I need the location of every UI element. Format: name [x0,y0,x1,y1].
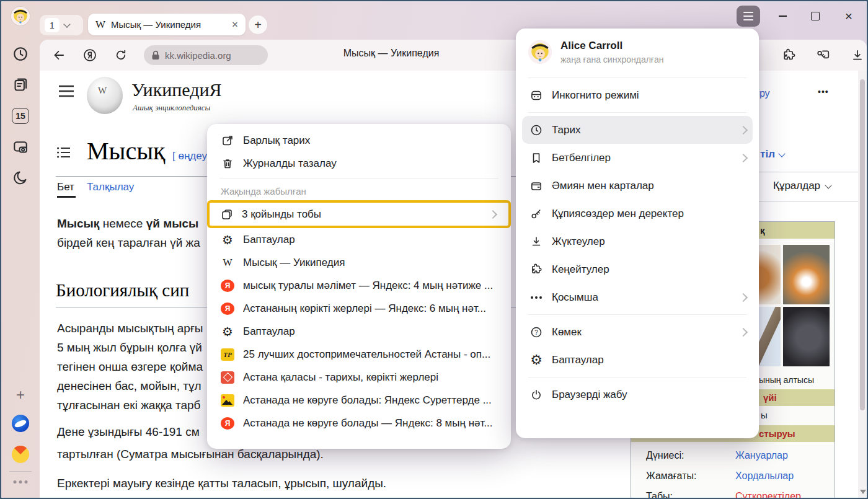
wikipedia-globe-logo[interactable]: W [87,77,123,114]
address-bar[interactable]: kk.wikipedia.org [144,45,268,65]
tab-title: Мысық — Уикипедия [111,19,226,30]
yandex-search-button[interactable] [82,47,98,63]
tab-close-icon[interactable]: × [232,19,238,31]
menu-item-extensions[interactable]: Кеңейтулер [516,255,759,283]
astana-site-favicon [221,371,234,384]
yandex-circle-icon [82,48,97,63]
close-button[interactable]: × [839,7,858,25]
status-value-fragment: ы [761,410,768,420]
yandex-favicon: Я [221,302,234,315]
menu-item-incognito[interactable]: Инкогнито режимі [516,81,759,109]
yandex-browser-app-button[interactable] [11,414,30,433]
menu-item-settings[interactable]: ⚙ Баптаулар [207,228,511,251]
menu-item-downloads[interactable]: Жүктеулер [516,227,759,255]
menu-item-tab-group-highlighted[interactable]: 3 қойынды тобы [207,200,511,228]
paragraph-line: 5 мың жыл бұрын қолға үй [57,341,202,355]
menu-item-settings[interactable]: ⚙ Баптаулар [207,320,511,343]
taxonomy-row-label: Жамағаты: [646,470,696,482]
downloads-button[interactable] [849,47,866,63]
menu-item-more[interactable]: Қосымша [516,283,759,311]
menu-item-label: 25 лучших достопримечательностей Астаны … [243,348,490,361]
screenshot-sidebar-button[interactable] [11,138,30,156]
menu-item-history-entry[interactable]: Я Астананың көрікті жерлері — Яндекс: 6 … [207,297,511,320]
menu-item-all-history[interactable]: Барлық тарих [207,129,511,152]
menu-item-label: Бетбелгілер [552,152,611,164]
passwords-button[interactable] [815,47,831,63]
page-scrollbar[interactable] [858,71,867,498]
menu-item-help[interactable]: ? Көмек [516,318,759,346]
taxonomy-row-value[interactable]: Хордалылар [735,470,794,482]
menu-item-label: Астанада не көруге болады — Яндекс: 8 мы… [243,417,493,430]
scrollbar-down-arrow[interactable] [860,490,866,494]
reload-button[interactable] [113,47,129,63]
paragraph-line: тартылған (Суматра мысығынан басқаларынд… [57,448,324,461]
sidebar-add-button[interactable]: + [11,386,30,404]
moon-icon [12,170,29,186]
tab-talk-link[interactable]: Талқылау [87,181,134,193]
calendar-icon: 15 [12,108,29,124]
yandex-mail-app-button[interactable] [11,445,30,464]
menu-item-label: 3 қойынды тобы [242,208,321,221]
menu-item-clear-history[interactable]: Журналды тазалау [207,152,511,175]
puzzle-icon [782,48,797,63]
menu-item-close-browser[interactable]: Браузерді жабу [516,381,759,408]
back-button[interactable] [51,47,67,63]
back-arrow-icon [52,48,66,62]
gear-icon: ⚙ [221,234,234,246]
cat-photo[interactable] [783,245,830,304]
tools-dropdown[interactable]: Құралдар [773,180,831,192]
new-tab-button[interactable]: + [249,15,267,34]
cat-photo[interactable] [783,307,830,366]
profile-row[interactable]: Alice Carroll жаңа ғана синхрондалған [516,37,759,74]
browser-menu-button[interactable] [737,6,760,27]
menu-divider [528,377,746,378]
chevron-right-icon [739,125,748,134]
wiki-tagline: Ашық энциклопедиясы [133,103,210,113]
menu-item-label: Әмиян мен карталар [552,180,654,192]
taxonomy-row-label: Табы: [646,491,673,498]
taxonomy-row-value[interactable]: Сүткоректілер [735,491,801,498]
clock-icon [529,124,543,136]
minimize-button[interactable] [773,7,792,25]
menu-item-label: Көмек [552,326,582,338]
calendar-sidebar-button[interactable]: 15 [11,107,30,125]
tab-page-link[interactable]: Бет [57,181,74,193]
menu-item-history[interactable]: Тарих [522,116,753,144]
menu-item-history-entry[interactable]: Я мысық туралы мәлімет — Яндекс: 4 мың н… [207,274,511,297]
puzzle-icon [529,263,543,276]
menu-item-wallet[interactable]: Әмиян мен карталар [516,172,759,200]
edit-link[interactable]: [ өңдеу [172,150,207,162]
menu-item-history-entry[interactable]: Я Астанада не көруге болады — Яндекс: 8 … [207,412,511,435]
notes-sidebar-button[interactable] [11,76,30,94]
chevron-right-icon [739,327,748,336]
maximize-button[interactable] [806,7,825,25]
menu-item-history-entry[interactable]: Астанада не көруге болады: Яндекс Суретт… [207,389,511,412]
tab-group-counter[interactable]: 1 [40,15,83,35]
paragraph-line: Асыранды мысықтың арғы [57,322,203,335]
menu-item-history-entry[interactable]: TP 25 лучших достопримечательностей Аста… [207,343,511,366]
paragraph-line: Мысық немесе үй мысы [57,217,198,231]
menu-divider [219,178,498,179]
tab-count: 1 [45,18,60,32]
history-submenu: Барлық тарих Журналды тазалау Жақында жа… [207,124,511,449]
menu-item-settings[interactable]: ⚙ Баптаулар [516,346,759,374]
scrollbar-thumb[interactable] [860,79,865,410]
wiki-more-menu[interactable]: ••• [818,87,829,97]
dark-mode-sidebar-button[interactable] [11,169,30,187]
url-text: kk.wikipedia.org [165,50,231,61]
profile-avatar[interactable] [11,7,30,25]
browser-main-menu: Alice Carroll жаңа ғана синхрондалған Ин… [516,29,759,438]
menu-item-history-entry[interactable]: Астана қаласы - тарихы, көрікті жерлері [207,366,511,389]
menu-item-bookmarks[interactable]: Бетбелгілер [516,144,759,172]
extensions-button[interactable] [781,47,797,63]
menu-item-passwords[interactable]: Құпиясөздер мен деректер [516,200,759,227]
history-sidebar-button[interactable] [11,45,30,63]
chevron-right-icon [739,153,748,162]
wiki-hamburger-button[interactable] [58,84,74,98]
toc-button[interactable] [57,146,71,159]
menu-item-history-entry[interactable]: W Мысық — Уикипедия [207,251,511,274]
sidebar-more-button[interactable] [14,480,28,484]
paragraph-line: тұлғасынан екі жаққа тарб [57,399,200,412]
taxonomy-row-value[interactable]: Жануарлар [735,450,788,461]
active-tab[interactable]: W Мысық — Уикипедия × [88,14,246,35]
